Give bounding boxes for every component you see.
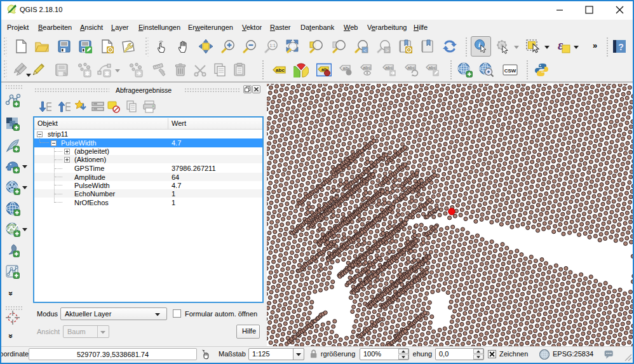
svg-text:abc: abc xyxy=(428,65,436,70)
svg-text:?: ? xyxy=(618,42,624,52)
svg-text:1:1: 1:1 xyxy=(269,43,275,48)
svg-text:abc: abc xyxy=(385,65,393,70)
svg-text:CSW: CSW xyxy=(504,68,516,74)
svg-text:ε: ε xyxy=(558,39,563,52)
svg-text:<: < xyxy=(363,48,367,53)
svg-text:abc: abc xyxy=(407,65,415,70)
svg-text:>: > xyxy=(386,48,389,53)
svg-text:abc: abc xyxy=(363,65,370,70)
svg-text:abc: abc xyxy=(276,67,285,73)
